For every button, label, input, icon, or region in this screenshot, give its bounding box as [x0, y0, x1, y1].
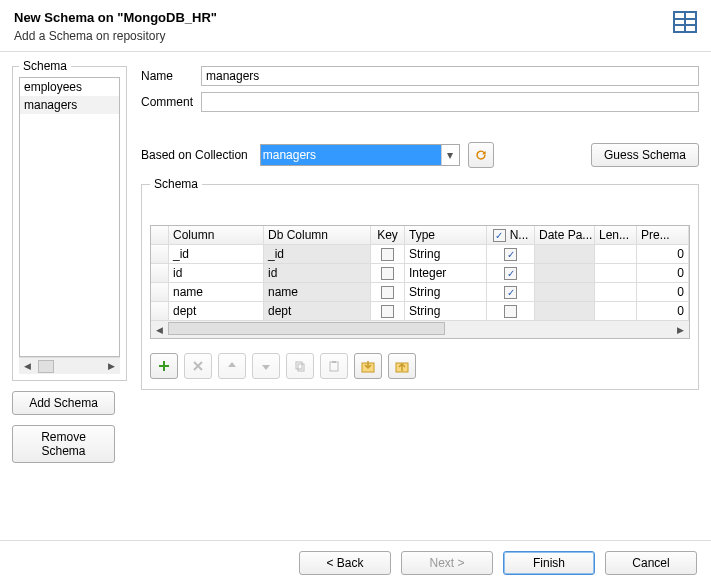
svg-rect-5 [159, 365, 169, 367]
add-row-button[interactable] [150, 353, 178, 379]
cell-length[interactable] [595, 302, 637, 320]
col-header-column[interactable]: Column [169, 226, 264, 244]
cell-column[interactable]: dept [169, 302, 264, 320]
next-button: Next > [401, 551, 493, 575]
table-row[interactable]: _id_idString✓0 [151, 245, 689, 264]
schema-list-group: Schema employees managers ◀ ▶ [12, 66, 127, 381]
col-header-key[interactable]: Key [371, 226, 405, 244]
paste-button[interactable] [320, 353, 348, 379]
cell-date[interactable] [535, 283, 595, 301]
back-button[interactable]: < Back [299, 551, 391, 575]
cell-nullable[interactable]: ✓ [487, 283, 535, 301]
cell-column[interactable]: _id [169, 245, 264, 263]
import-button[interactable] [354, 353, 382, 379]
grid-toolbar [150, 353, 690, 379]
svg-rect-7 [298, 364, 304, 371]
cell-type[interactable]: Integer [405, 264, 487, 282]
finish-button[interactable]: Finish [503, 551, 595, 575]
svg-rect-8 [330, 362, 338, 371]
chevron-down-icon[interactable]: ▾ [441, 145, 459, 165]
checkbox-icon: ✓ [504, 248, 517, 261]
checkbox-icon [504, 305, 517, 318]
table-icon [673, 10, 697, 34]
checkbox-icon: ✓ [504, 267, 517, 280]
cell-type[interactable]: String [405, 283, 487, 301]
collection-label: Based on Collection [141, 148, 248, 162]
dialog-footer: < Back Next > Finish Cancel [0, 540, 711, 585]
schema-list[interactable]: employees managers [19, 77, 120, 357]
checkbox-icon: ✓ [493, 229, 506, 242]
dialog-subtitle: Add a Schema on repository [14, 29, 697, 43]
add-schema-button[interactable]: Add Schema [12, 391, 115, 415]
checkbox-icon [381, 305, 394, 318]
cell-column[interactable]: name [169, 283, 264, 301]
columns-grid[interactable]: Column Db Column Key Type ✓ N... Date Pa… [150, 225, 690, 339]
cell-precision[interactable]: 0 [637, 302, 689, 320]
schema-list-scrollbar[interactable]: ◀ ▶ [19, 357, 120, 374]
cell-nullable[interactable]: ✓ [487, 245, 535, 263]
delete-row-button[interactable] [184, 353, 212, 379]
svg-rect-6 [296, 362, 302, 369]
cell-nullable[interactable] [487, 302, 535, 320]
schema-definition-legend: Schema [150, 177, 202, 191]
cell-precision[interactable]: 0 [637, 283, 689, 301]
move-up-button[interactable] [218, 353, 246, 379]
grid-scrollbar[interactable]: ◀ ▶ [151, 321, 689, 338]
checkbox-icon [381, 286, 394, 299]
move-down-button[interactable] [252, 353, 280, 379]
table-row[interactable]: deptdeptString0 [151, 302, 689, 321]
name-label: Name [141, 69, 201, 83]
cell-length[interactable] [595, 283, 637, 301]
col-header-db[interactable]: Db Column [264, 226, 371, 244]
scroll-right-icon[interactable]: ▶ [672, 325, 689, 335]
export-button[interactable] [388, 353, 416, 379]
col-header-nullable[interactable]: ✓ N... [487, 226, 535, 244]
scroll-left-icon[interactable]: ◀ [151, 325, 168, 335]
table-row[interactable]: namenameString✓0 [151, 283, 689, 302]
cell-key[interactable] [371, 264, 405, 282]
checkbox-icon: ✓ [504, 286, 517, 299]
cell-precision[interactable]: 0 [637, 264, 689, 282]
cancel-button[interactable]: Cancel [605, 551, 697, 575]
refresh-button[interactable] [468, 142, 494, 168]
cell-type[interactable]: String [405, 302, 487, 320]
scroll-left-icon[interactable]: ◀ [19, 358, 36, 375]
schema-list-item[interactable]: managers [20, 96, 119, 114]
table-row[interactable]: ididInteger✓0 [151, 264, 689, 283]
guess-schema-button[interactable]: Guess Schema [591, 143, 699, 167]
cell-db[interactable]: name [264, 283, 371, 301]
cell-nullable[interactable]: ✓ [487, 264, 535, 282]
cell-db[interactable]: id [264, 264, 371, 282]
col-header-type[interactable]: Type [405, 226, 487, 244]
cell-key[interactable] [371, 245, 405, 263]
schema-list-item[interactable]: employees [20, 78, 119, 96]
col-header-date[interactable]: Date Pa... [535, 226, 595, 244]
schema-definition-group: Schema Column Db Column Key Type ✓ N... … [141, 184, 699, 390]
cell-precision[interactable]: 0 [637, 245, 689, 263]
cell-date[interactable] [535, 245, 595, 263]
checkbox-icon [381, 248, 394, 261]
cell-type[interactable]: String [405, 245, 487, 263]
col-header-precision[interactable]: Pre... [637, 226, 689, 244]
checkbox-icon [381, 267, 394, 280]
comment-label: Comment [141, 95, 201, 109]
cell-length[interactable] [595, 245, 637, 263]
cell-date[interactable] [535, 302, 595, 320]
col-header-length[interactable]: Len... [595, 226, 637, 244]
cell-key[interactable] [371, 302, 405, 320]
comment-input[interactable] [201, 92, 699, 112]
name-input[interactable] [201, 66, 699, 86]
svg-rect-9 [332, 361, 336, 363]
schema-list-legend: Schema [19, 59, 71, 73]
collection-value: managers [261, 145, 441, 165]
scroll-right-icon[interactable]: ▶ [103, 358, 120, 375]
copy-button[interactable] [286, 353, 314, 379]
cell-date[interactable] [535, 264, 595, 282]
cell-column[interactable]: id [169, 264, 264, 282]
collection-combo[interactable]: managers ▾ [260, 144, 460, 166]
cell-db[interactable]: _id [264, 245, 371, 263]
remove-schema-button[interactable]: Remove Schema [12, 425, 115, 463]
cell-db[interactable]: dept [264, 302, 371, 320]
cell-key[interactable] [371, 283, 405, 301]
cell-length[interactable] [595, 264, 637, 282]
